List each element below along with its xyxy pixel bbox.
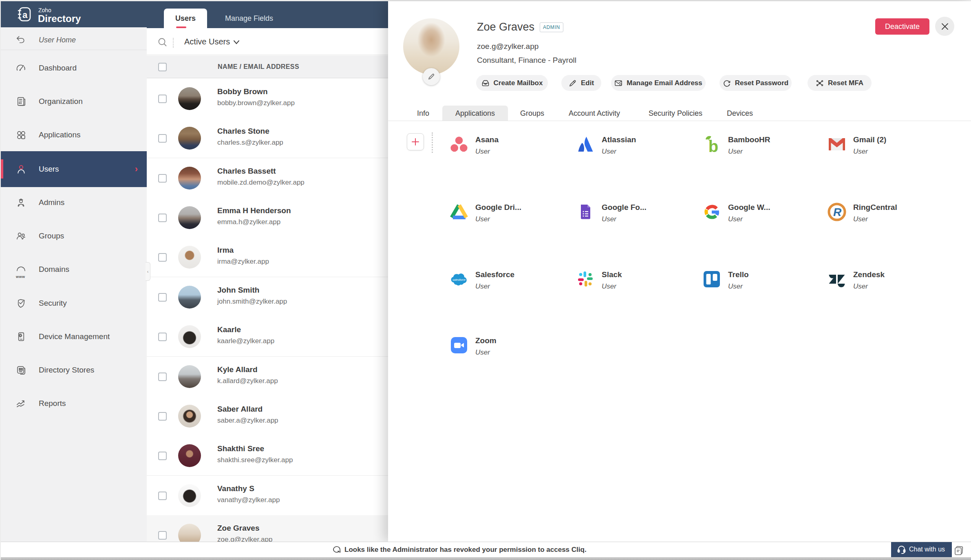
svg-text:a: a (22, 10, 28, 20)
svg-text:salesforce: salesforce (452, 278, 466, 281)
svg-text:R: R (833, 206, 842, 218)
svg-text:b: b (708, 137, 718, 154)
